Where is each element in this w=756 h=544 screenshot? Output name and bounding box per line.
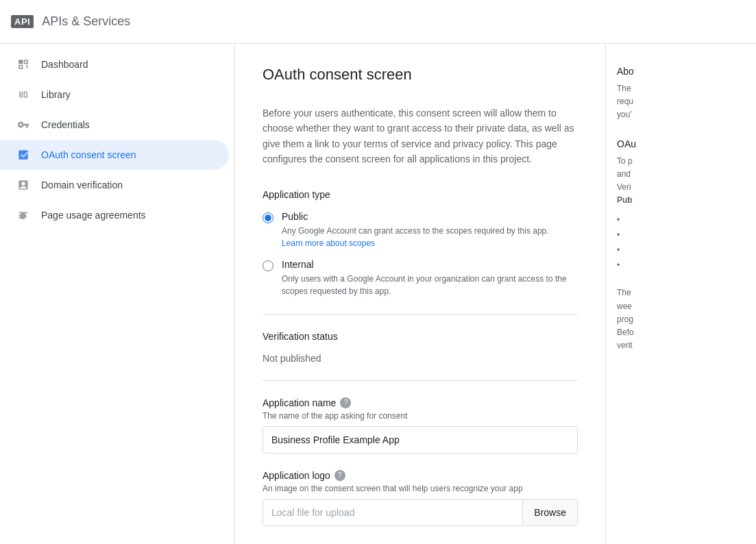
radio-public-desc: Any Google Account can grant access to t…	[282, 225, 549, 237]
sidebar-item-domain-label: Domain verification	[41, 180, 123, 190]
main-layout: Dashboard Library Credentials	[0, 44, 756, 544]
api-logo-badge: API	[11, 15, 34, 28]
api-logo-text: APIs & Services	[42, 14, 130, 29]
file-input-row: Local file for upload Browse	[263, 499, 578, 526]
radio-internal-title: Internal	[282, 259, 578, 270]
divider-1	[263, 314, 578, 314]
app-logo-label-row: Application logo ?	[263, 470, 578, 481]
credentials-icon	[16, 118, 30, 132]
bullet-dot-3: •	[617, 245, 620, 255]
right-panel: Abo Therequyou' OAu To pandVeriPub • •	[605, 44, 756, 544]
sidebar-item-credentials[interactable]: Credentials	[0, 110, 229, 140]
radio-internal-content: Internal Only users with a Google Accoun…	[282, 259, 578, 297]
right-panel-footer-text: TheweeprogBefoverit	[617, 286, 745, 352]
radio-internal-desc: Only users with a Google Account in your…	[282, 273, 578, 297]
sidebar-item-library-label: Library	[41, 89, 71, 100]
divider-2	[263, 380, 578, 381]
app-logo-desc: An image on the consent screen that will…	[263, 484, 578, 493]
radio-public-content: Public Any Google Account can grant acce…	[282, 211, 549, 248]
learn-more-link[interactable]: Learn more about scopes	[282, 238, 375, 248]
domain-icon	[16, 178, 30, 192]
bullet-item-4: •	[617, 260, 745, 270]
browse-button[interactable]: Browse	[522, 499, 577, 526]
bullet-dot-2: •	[617, 230, 620, 240]
sidebar: Dashboard Library Credentials	[0, 44, 235, 544]
right-panel-about-text: Therequyou'	[617, 82, 745, 122]
app-name-label-row: Application name ?	[263, 397, 578, 408]
app-logo-help-icon[interactable]: ?	[334, 470, 345, 481]
radio-option-internal: Internal Only users with a Google Accoun…	[263, 259, 578, 297]
sidebar-item-dashboard[interactable]: Dashboard	[0, 49, 229, 79]
radio-public-title: Public	[282, 211, 549, 222]
application-type-label: Application type	[263, 189, 578, 200]
library-icon	[16, 88, 30, 101]
verification-status-value: Not published	[263, 353, 578, 364]
right-panel-oauth: OAu To pandVeriPub • • •	[617, 138, 745, 271]
app-name-input[interactable]	[263, 426, 578, 454]
top-header: API APIs & Services	[0, 0, 756, 44]
intro-text: Before your users authenticate, this con…	[263, 106, 578, 167]
app-name-help-icon[interactable]: ?	[340, 397, 351, 408]
app-logo-label: Application logo	[263, 470, 330, 481]
app-name-label: Application name	[263, 397, 336, 408]
bullet-item-3: •	[617, 245, 745, 255]
radio-internal[interactable]	[263, 260, 273, 271]
verification-status-label: Verification status	[263, 331, 578, 342]
application-name-section: Application name ? The name of the app a…	[263, 397, 578, 454]
sidebar-item-domain[interactable]: Domain verification	[0, 170, 229, 200]
sidebar-item-library[interactable]: Library	[0, 79, 229, 110]
bullet-item-1: •	[617, 215, 745, 225]
right-panel-oauth-title: OAu	[617, 138, 745, 149]
radio-option-public: Public Any Google Account can grant acce…	[263, 211, 578, 248]
bullet-item-2: •	[617, 230, 745, 240]
oauth-icon	[16, 148, 30, 162]
radio-public[interactable]	[263, 212, 273, 223]
sidebar-item-page-usage-label: Page usage agreements	[41, 210, 146, 221]
right-panel-oauth-intro: To pandVeriPub	[617, 155, 745, 208]
right-panel-about: Abo Therequyou'	[617, 66, 745, 122]
sidebar-item-credentials-label: Credentials	[41, 119, 90, 130]
api-logo: API APIs & Services	[11, 14, 130, 29]
file-input-placeholder: Local file for upload	[263, 507, 522, 518]
page-usage-icon	[16, 208, 30, 222]
sidebar-item-oauth[interactable]: OAuth consent screen	[0, 140, 229, 170]
application-type-group: Public Any Google Account can grant acce…	[263, 211, 578, 297]
content-area: OAuth consent screen Before your users a…	[235, 44, 756, 544]
application-logo-section: Application logo ? An image on the conse…	[263, 470, 578, 526]
verification-status-section: Verification status Not published	[263, 331, 578, 364]
page-title: OAuth consent screen	[263, 66, 578, 84]
sidebar-item-page-usage[interactable]: Page usage agreements	[0, 200, 229, 230]
sidebar-item-oauth-label: OAuth consent screen	[41, 149, 136, 160]
dashboard-icon	[16, 58, 30, 71]
sidebar-item-dashboard-label: Dashboard	[41, 59, 88, 70]
bullet-dot-1: •	[617, 215, 620, 225]
main-content: OAuth consent screen Before your users a…	[235, 44, 605, 544]
bullet-dot-4: •	[617, 260, 620, 270]
app-name-desc: The name of the app asking for consent	[263, 411, 578, 421]
right-panel-about-title: Abo	[617, 66, 745, 77]
right-panel-footer: TheweeprogBefoverit	[617, 286, 745, 352]
